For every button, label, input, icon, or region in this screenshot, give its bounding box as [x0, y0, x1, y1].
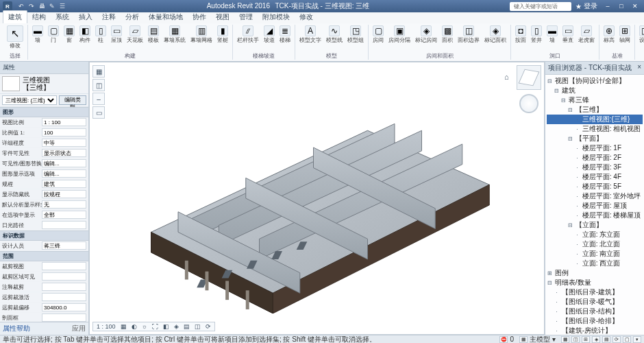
help-search[interactable]: 键入关键字或短语	[510, 2, 571, 11]
viewbar-button[interactable]: ◈	[173, 323, 180, 330]
tree-node[interactable]: · 楼层平面: 屋顶	[547, 201, 643, 211]
qat-icon[interactable]: ☰	[58, 2, 66, 10]
status-icon[interactable]: ⟳	[612, 336, 621, 343]
property-row[interactable]: 在选项中显示全部	[0, 210, 88, 220]
type-selector[interactable]: 三维视图【三维】	[0, 74, 88, 94]
tree-node[interactable]: ⊟ 明细表/数量	[547, 278, 643, 287]
ribbon-tab[interactable]: 插入	[74, 11, 97, 23]
ribbon-tab[interactable]: 体量和场地	[144, 11, 188, 23]
status-icon[interactable]: ▢	[623, 336, 631, 343]
ribbon-button[interactable]: A模型文字	[298, 25, 323, 44]
drawing-canvas[interactable]: ▦ ◫ – ▭ ⌂	[89, 62, 545, 335]
tree-node[interactable]: · 三维视图: 相机视图	[547, 124, 643, 134]
user-sign-in[interactable]: ★ 登录	[575, 1, 597, 11]
ribbon-button[interactable]: ▦幕墙系统	[162, 25, 187, 44]
ribbon-button[interactable]: ▦窗	[62, 25, 76, 44]
viewbar-button[interactable]: 1 : 100	[95, 323, 117, 330]
viewbar-button[interactable]: ◐	[130, 323, 138, 330]
ribbon-tab[interactable]: 建筑	[3, 10, 27, 23]
ribbon-button[interactable]: ⫽栏杆扶手	[236, 25, 260, 44]
viewbar-button[interactable]: ☼	[140, 323, 149, 330]
ribbon-tab[interactable]: 附加模块	[258, 11, 295, 23]
ribbon-tab[interactable]: 注释	[97, 11, 121, 23]
ribbon-button[interactable]: ◧构件	[78, 25, 92, 44]
tree-node[interactable]: · 楼层平面: 2F	[547, 153, 643, 163]
tree-node[interactable]: · 楼层平面: 5F	[547, 182, 643, 191]
status-icon[interactable]: ▦	[519, 336, 528, 343]
ribbon-button[interactable]: ≣楼梯	[278, 25, 292, 44]
ribbon-button[interactable]: ▱老虎窗	[577, 25, 596, 44]
ribbon-button[interactable]: ↖修改	[5, 25, 25, 49]
status-icon[interactable]: ▾	[633, 336, 641, 343]
property-row[interactable]: 设计人员蒋三锋	[0, 241, 88, 251]
ribbon-tab[interactable]: 视图	[211, 11, 234, 23]
ribbon-tab[interactable]: 管理	[234, 11, 258, 23]
property-row[interactable]: 剖面框	[0, 313, 88, 322]
tree-node[interactable]: ⊞ 图例	[547, 268, 643, 278]
ribbon-button[interactable]: ▬墙	[545, 25, 559, 44]
ribbon-button[interactable]: ▭屋顶	[110, 25, 123, 44]
view-cube[interactable]	[517, 65, 541, 90]
ribbon-button[interactable]: ∿模型线	[325, 25, 344, 44]
property-row[interactable]: 可见性/图形替换编辑...	[0, 158, 88, 169]
qat-icon[interactable]: 🖶	[38, 2, 46, 10]
window-button[interactable]: □	[615, 1, 628, 11]
window-button[interactable]: ✕	[629, 1, 641, 11]
ribbon-button[interactable]: ⊕标高	[602, 25, 616, 44]
ribbon-tab[interactable]: 分析	[121, 11, 144, 23]
property-row[interactable]: 显示隐藏线按规程	[0, 189, 88, 200]
tree-node[interactable]: ⊟ 【立面】	[547, 220, 643, 230]
property-section-header[interactable]: 标识数据	[0, 230, 88, 241]
property-row[interactable]: 远剪裁激活	[0, 292, 88, 303]
property-row[interactable]: 注释裁剪	[0, 282, 88, 292]
ribbon-button[interactable]: ◘按面	[514, 25, 528, 44]
ribbon-button[interactable]: ▥幕墙网格	[189, 25, 214, 44]
property-section-header[interactable]: 图形	[0, 107, 88, 117]
property-row[interactable]: 规程建筑	[0, 179, 88, 189]
tree-node[interactable]: · 立面: 北立面	[547, 239, 643, 249]
tree-node[interactable]: ⊟ 【三维】	[547, 105, 643, 115]
ribbon-button[interactable]: ▱天花板	[125, 25, 145, 44]
ribbon-button[interactable]: ▮竖梃	[216, 25, 230, 44]
property-row[interactable]: 零件可见性显示原状态	[0, 148, 88, 158]
property-row[interactable]: 裁剪视图	[0, 261, 88, 272]
ribbon-button[interactable]: ▬墙	[31, 25, 45, 44]
viewbar-button[interactable]: ⟳	[204, 323, 212, 330]
tree-node[interactable]: · 【图纸目录-建筑】	[547, 287, 643, 297]
ribbon-button[interactable]: ▭垂直	[561, 25, 575, 44]
ribbon-button[interactable]: ▢房间	[371, 25, 385, 44]
property-row[interactable]: 裁剪区域可见	[0, 272, 88, 282]
property-row[interactable]: 比例值 1:100	[0, 128, 88, 138]
tree-node[interactable]: · 【图纸目录-给排】	[547, 316, 643, 326]
ribbon-button[interactable]: ▯柱	[94, 25, 108, 44]
home-icon[interactable]: ⌂	[504, 73, 514, 82]
tree-node[interactable]: · 楼层平面: 楼梯屋顶	[547, 211, 643, 220]
tree-node[interactable]: · 立面: 南立面	[547, 249, 643, 259]
tree-node[interactable]: ⊟ 建筑	[547, 86, 643, 95]
nav-tool-icon[interactable]: –	[92, 93, 105, 105]
tree-node[interactable]: · 立面: 西立面	[547, 259, 643, 268]
ribbon-button[interactable]: ◳模型组	[346, 25, 365, 44]
tree-node[interactable]: ⊟ 视图【协同设计/全部】	[547, 76, 643, 86]
category-filter[interactable]: 三维视图: {三维}	[2, 95, 57, 105]
ribbon-button[interactable]: ▯竖井	[530, 25, 543, 44]
tree-node[interactable]: · 楼层平面: 室外地坪	[547, 191, 643, 201]
ribbon-button[interactable]: ▩面积	[441, 25, 454, 44]
ribbon-tab[interactable]: 结构	[27, 11, 51, 23]
tree-node[interactable]: · 【图纸目录-暖气】	[547, 297, 643, 307]
ribbon-button[interactable]: ⊞轴网	[618, 25, 632, 44]
property-row[interactable]: 图形显示选项编辑...	[0, 169, 88, 179]
qat-icon[interactable]: ✎	[48, 2, 56, 10]
ribbon-button[interactable]: ▣房间分隔	[387, 25, 412, 44]
property-row[interactable]: 默认分析显示样式无	[0, 200, 88, 210]
tree-node[interactable]: · 楼层平面: 1F	[547, 143, 643, 153]
ribbon-button[interactable]: ◈标记房间	[414, 25, 438, 44]
tree-node[interactable]: · 楼层平面: 3F	[547, 163, 643, 172]
app-logo[interactable]: R	[3, 1, 12, 11]
ribbon-tab[interactable]: 修改	[295, 11, 318, 23]
steering-wheel-icon[interactable]	[519, 94, 538, 113]
status-icon[interactable]: ◫	[571, 336, 580, 343]
status-icon[interactable]: ◈	[592, 336, 600, 343]
ribbon-button[interactable]: ◢坡道	[262, 25, 276, 44]
property-section-header[interactable]: 范围	[0, 251, 88, 261]
